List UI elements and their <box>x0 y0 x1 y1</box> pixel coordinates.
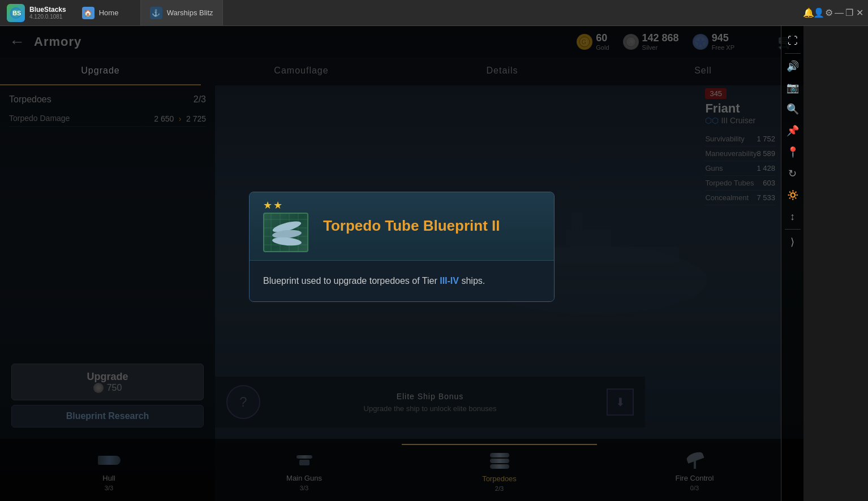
title-bar: BS BlueStacks 4.120.0.1081 🏠 Home ⚓ Wars… <box>0 0 868 26</box>
maximize-button[interactable]: ❐ <box>845 9 853 17</box>
tabs-container: 🏠 Home ⚓ Warships Blitz <box>73 0 800 25</box>
tab-home[interactable]: 🏠 Home <box>73 0 141 25</box>
minimize-button[interactable]: — <box>835 9 843 17</box>
star-2: ★ <box>273 199 282 211</box>
blueprint-image <box>263 213 308 252</box>
blueprint-modal: ★ ★ <box>249 192 555 302</box>
home-tab-label: Home <box>99 8 119 17</box>
game-wrapper: ← Armory G 60 Gold S 1 <box>0 26 803 501</box>
rs-arrow-icon[interactable]: ⟩ <box>783 232 803 252</box>
modal-desc-prefix: Blueprint used to upgrade torpedoes of T… <box>263 276 440 286</box>
rs-rotate-icon[interactable]: ↻ <box>783 163 803 184</box>
app-version: 4.120.0.1081 <box>29 14 66 20</box>
modal-item-icon: ★ ★ <box>263 204 314 249</box>
modal-overlay[interactable]: ★ ★ <box>0 26 803 501</box>
rs-divider-1 <box>785 53 801 54</box>
modal-desc-suffix: ships. <box>459 276 485 286</box>
window-controls: 🔔 👤 ⚙ — ❐ ✕ <box>800 9 868 17</box>
user-icon[interactable]: 👤 <box>815 9 823 17</box>
modal-header: ★ ★ <box>250 192 554 261</box>
modal-body: Blueprint used to upgrade torpedoes of T… <box>250 261 554 301</box>
svg-point-23 <box>272 236 302 246</box>
right-sidebar: ⛶ 🔊 📷 🔍 📌 📍 ↻ 🔅 ↕ ⟩ <box>781 26 803 501</box>
home-tab-icon: 🏠 <box>82 7 94 19</box>
close-button[interactable]: ✕ <box>856 9 863 17</box>
modal-description: Blueprint used to upgrade torpedoes of T… <box>263 274 540 288</box>
settings-icon[interactable]: ⚙ <box>825 9 833 17</box>
tab-warships-blitz[interactable]: ⚓ Warships Blitz <box>141 0 223 25</box>
rs-brightness-icon[interactable]: 🔅 <box>783 185 803 205</box>
rs-expand-icon[interactable]: ⛶ <box>783 31 803 51</box>
app-name: BlueStacks <box>29 6 66 14</box>
bluestacks-icon: BS <box>7 4 25 22</box>
modal-title: Torpedo Tube Blueprint II <box>323 217 500 235</box>
warships-tab-icon: ⚓ <box>150 7 162 19</box>
modal-tier-highlight: III-IV <box>440 276 459 286</box>
rs-volume-icon[interactable]: 🔊 <box>783 56 803 76</box>
bluestacks-logo: BS BlueStacks 4.120.0.1081 <box>0 4 73 22</box>
rs-pin-icon[interactable]: 📌 <box>783 120 803 141</box>
warships-tab-label: Warships Blitz <box>167 8 213 17</box>
notification-icon[interactable]: 🔔 <box>805 9 813 17</box>
svg-text:BS: BS <box>12 10 21 16</box>
stars-row: ★ ★ <box>263 199 282 211</box>
rs-zoom-icon[interactable]: 🔍 <box>783 99 803 119</box>
main-content: ← Armory G 60 Gold S 1 <box>0 26 868 501</box>
rs-resize-icon[interactable]: ↕ <box>783 206 803 227</box>
rs-divider-2 <box>785 229 801 230</box>
star-1: ★ <box>263 199 272 211</box>
rs-camera-icon[interactable]: 📷 <box>783 77 803 98</box>
rs-location-icon[interactable]: 📍 <box>783 142 803 162</box>
